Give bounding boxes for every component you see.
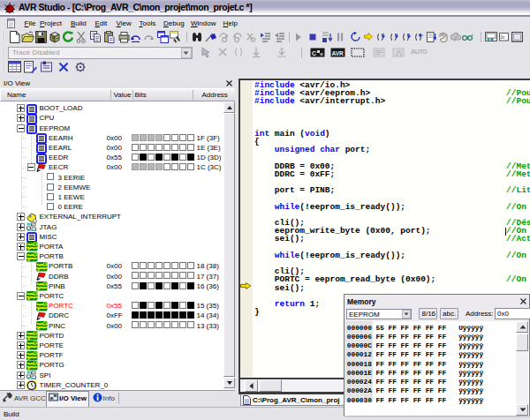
svg-text:0x: 0x <box>500 35 505 40</box>
svg-text:AVR: AVR <box>332 50 344 56</box>
svg-text:C: C <box>312 50 316 56</box>
